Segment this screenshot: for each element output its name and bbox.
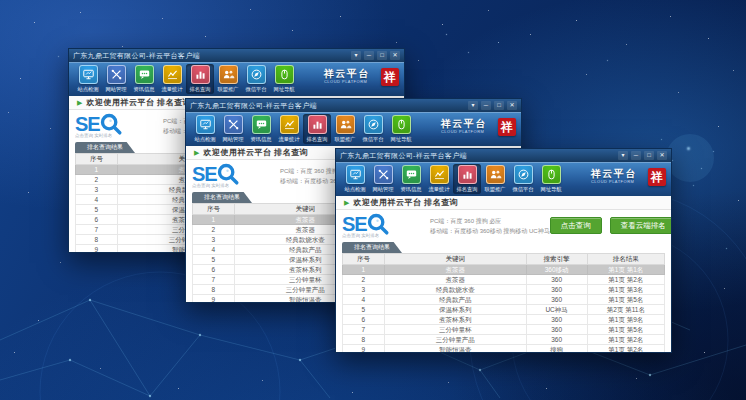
window-title: 广东九鼎工贸有限公司-祥云平台客户端 [73,51,200,61]
toolbar-item-alliance-promo[interactable]: 联盟推广 [331,114,359,144]
results-tab[interactable]: 排名查询结果 [342,242,402,253]
column-header[interactable]: 关键词 [384,254,526,265]
cell-index: 6 [76,215,118,225]
window-titlebar[interactable]: 广东九鼎工贸有限公司-祥云平台客户端 ▾─□✕ [69,49,404,62]
results-tab[interactable]: 排名查询结果 [192,192,252,203]
brand-logo: 祥云平台 CLOUD PLATFORM 祥 [441,114,516,136]
cell-index: 6 [343,315,385,325]
maximize-button[interactable]: □ [494,101,504,110]
maximize-button[interactable]: □ [644,151,654,160]
toolbar-item-label: 站点检测 [344,186,365,194]
seo-logo-caption: 点击查询 实时排名 [342,232,419,237]
toolbar-item-label: 排名查询 [189,86,210,94]
window-titlebar[interactable]: 广东九鼎工贸有限公司-祥云平台客户端 ▾─□✕ [186,99,521,112]
column-header[interactable]: 序号 [343,254,385,265]
toolbar-item-traffic-stats[interactable]: 流量统计 [158,64,186,94]
toolbar-item-traffic-stats[interactable]: 流量统计 [275,114,303,144]
cell-index: 9 [76,245,118,254]
cell-index: 1 [193,215,235,225]
engine-info-mobile: 移动端：百度移动 360移动 搜狗移动 UC神马 [430,226,550,236]
cell-keyword: 三分钟量杯 [384,325,526,335]
compass-icon [517,168,530,181]
cell-keyword: 煮茶杯系列 [384,315,526,325]
skin-button[interactable]: ▾ [618,151,628,160]
cell-index: 6 [193,265,235,275]
toolbar-item-label: 微信平台 [362,136,383,144]
brand-seal-icon: 祥 [498,118,516,136]
toolbar-item-rank-query[interactable]: 排名查询 [303,114,331,144]
cell-index: 1 [76,165,118,175]
results-tab[interactable]: 排名查询结果 [75,142,135,153]
toolbar-items: 站点检测 网站管理 资讯信息 流量统计 [74,64,298,94]
column-header[interactable]: 序号 [76,154,118,165]
table-row[interactable]: 7 三分钟量杯 360 第1页 第5名 [343,325,665,335]
table-row[interactable]: 9 智能恒温壶 搜狗 第1页 第2名 [343,345,665,354]
minimize-button[interactable]: ─ [364,51,374,60]
toolbar-item-label: 排名查询 [306,136,327,144]
toolbar-item-label: 网址导航 [540,186,561,194]
table-row[interactable]: 8 三分钟量产品 360 第1页 第2名 [343,335,665,345]
maximize-button[interactable]: □ [377,51,387,60]
brand-logo: 祥云平台 CLOUD PLATFORM 祥 [591,164,666,186]
toolbar-item-info[interactable]: 资讯信息 [247,114,275,144]
toolbar-item-alliance-promo[interactable]: 联盟推广 [214,64,242,94]
brand-subtitle: CLOUD PLATFORM [324,79,367,84]
toolbar-item-site-manage[interactable]: 网站管理 [219,114,247,144]
toolbar-item-alliance-promo[interactable]: 联盟推广 [481,164,509,194]
close-button[interactable]: ✕ [390,51,400,60]
close-button[interactable]: ✕ [507,101,517,110]
minimize-button[interactable]: ─ [631,151,641,160]
table-row[interactable]: 6 煮茶杯系列 360 第1页 第9名 [343,315,665,325]
welcome-text: 欢迎使用祥云平台 排名查询 [203,147,308,158]
toolbar-item-site-check[interactable]: 站点检测 [74,64,102,94]
column-header[interactable]: 序号 [193,204,235,215]
toolbar-item-wechat-platform[interactable]: 微信平台 [509,164,537,194]
toolbar-item-site-check[interactable]: 站点检测 [341,164,369,194]
toolbar-item-wechat-platform[interactable]: 微信平台 [242,64,270,94]
toolbar-item-site-manage[interactable]: 网站管理 [369,164,397,194]
cell-index: 2 [76,175,118,185]
toolbar-item-info[interactable]: 资讯信息 [397,164,425,194]
cell-index: 1 [343,265,385,275]
table-row[interactable]: 3 经典款烧水壶 360 第1页 第3名 [343,285,665,295]
toolbar-item-site-nav[interactable]: 网址导航 [387,114,415,144]
toolbar-item-site-nav[interactable]: 网址导航 [537,164,565,194]
toolbar-item-wechat-platform[interactable]: 微信平台 [359,114,387,144]
table-row[interactable]: 4 经典款产品 360 第1页 第5名 [343,295,665,305]
welcome-text: 欢迎使用祥云平台 排名查询 [86,97,191,108]
toolbar-item-info[interactable]: 资讯信息 [130,64,158,94]
seo-logo-text: SE [192,164,217,184]
cell-index: 3 [193,235,235,245]
cell-rank: 第1页 第2名 [587,275,664,285]
column-header[interactable]: 排名结果 [587,254,664,265]
content-area: SE 点击查询 实时排名 PC端：百度 360 搜狗 必应 移动端：百度移动 3… [336,211,671,353]
table-row[interactable]: 1 煮茶器 360移动 第1页 第1名 [343,265,665,275]
click-query-button[interactable]: 点击查询 [550,217,602,234]
toolbar-item-rank-query[interactable]: 排名查询 [186,64,214,94]
welcome-text: 欢迎使用祥云平台 排名查询 [353,197,458,208]
toolbar-item-site-manage[interactable]: 网站管理 [102,64,130,94]
skin-button[interactable]: ▾ [351,51,361,60]
skin-button[interactable]: ▾ [468,101,478,110]
column-header[interactable]: 搜索引擎 [526,254,587,265]
close-button[interactable]: ✕ [657,151,667,160]
toolbar-item-site-check[interactable]: 站点检测 [191,114,219,144]
toolbar-item-rank-query[interactable]: 排名查询 [453,164,481,194]
table-row[interactable]: 2 煮茶器 360 第1页 第2名 [343,275,665,285]
toolbar-item-label: 站点检测 [194,136,215,144]
view-cloud-rank-button[interactable]: 查看云端排名 [610,217,672,234]
cell-index: 8 [76,235,118,245]
desktop-background: 广东九鼎工贸有限公司-祥云平台客户端 ▾─□✕ 站点检测 网站管理 [0,0,746,400]
toolbar-item-label: 排名查询 [456,186,477,194]
table-row[interactable]: 5 保温杯系列 UC神马 第2页 第11名 [343,305,665,315]
message-icon [138,68,151,81]
seo-logo: SE 点击查询 实时排名 [192,163,278,188]
mouse-icon [395,118,408,131]
toolbar-item-site-nav[interactable]: 网址导航 [270,64,298,94]
window-titlebar[interactable]: 广东九鼎工贸有限公司-祥云平台客户端 ▾─□✕ [336,149,671,162]
minimize-button[interactable]: ─ [481,101,491,110]
tools-icon [110,68,123,81]
seo-logo-caption: 点击查询 实时排名 [192,182,269,187]
toolbar-item-traffic-stats[interactable]: 流量统计 [425,164,453,194]
toolbar-item-label: 联盟推广 [484,186,505,194]
